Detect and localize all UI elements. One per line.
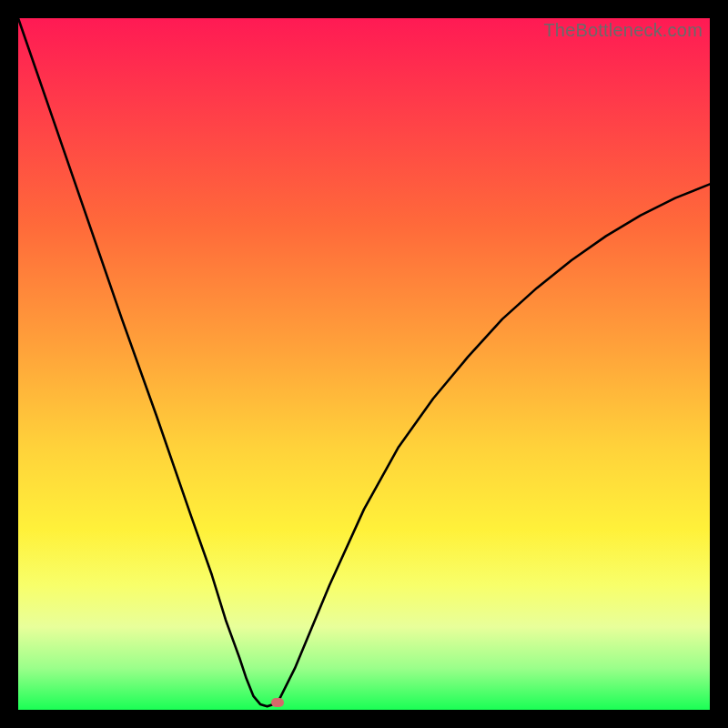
chart-curve-layer xyxy=(18,18,710,710)
bottleneck-curve xyxy=(18,18,710,706)
watermark-text: TheBottleneck.com xyxy=(543,20,703,41)
current-point-marker xyxy=(271,698,284,707)
chart-frame: TheBottleneck.com xyxy=(18,18,710,710)
